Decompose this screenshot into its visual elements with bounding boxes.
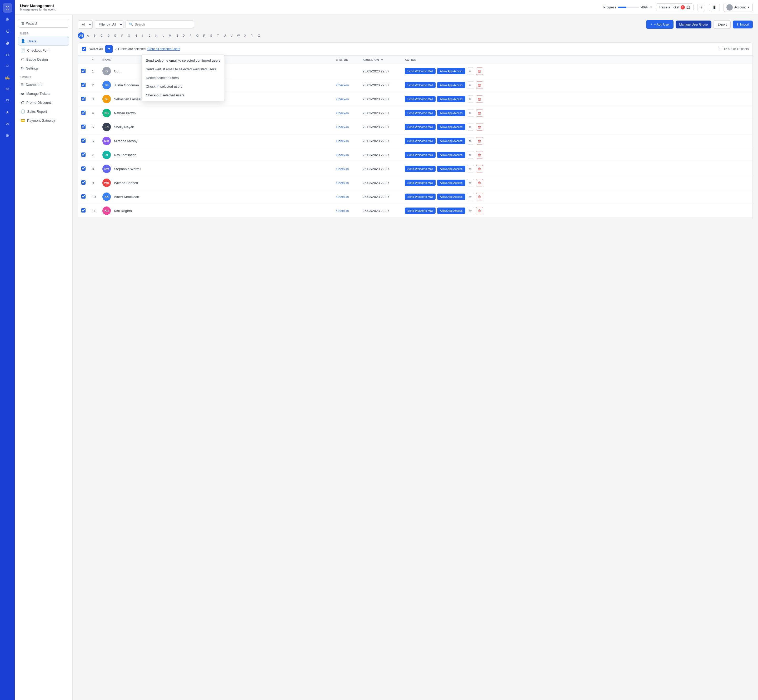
account-button[interactable]: Account ▼ xyxy=(724,3,753,12)
delete-button[interactable]: 🗑 xyxy=(476,193,483,200)
allow-app-access-button[interactable]: Allow App Access xyxy=(437,124,465,130)
alpha-btn-o[interactable]: O xyxy=(181,33,187,39)
send-welcome-mail-button[interactable]: Send Welcome Mail xyxy=(405,194,436,200)
send-welcome-mail-button[interactable]: Send Welcome Mail xyxy=(405,180,436,186)
nav-chart-icon[interactable]: ☶ xyxy=(3,96,12,105)
edit-button[interactable]: ✏ xyxy=(467,193,474,200)
nav-user-icon[interactable]: ☺ xyxy=(3,61,12,70)
alpha-btn-v[interactable]: V xyxy=(228,33,235,39)
bulk-action-dropdown[interactable]: ▼ xyxy=(105,45,113,53)
nav-settings-icon[interactable]: ⚙ xyxy=(3,131,12,140)
delete-button[interactable]: 🗑 xyxy=(476,95,483,103)
edit-button[interactable]: ✏ xyxy=(467,81,474,89)
send-welcome-mail-button[interactable]: Send Welcome Mail xyxy=(405,110,436,116)
sidebar-item-manage-tickets[interactable]: 🎟 Manage Tickets xyxy=(18,89,69,98)
nav-bell-icon[interactable]: ✉ xyxy=(3,84,12,94)
dropdown-menu-item[interactable]: Check-out selected users xyxy=(142,91,225,100)
nav-message-icon[interactable]: ✉ xyxy=(3,119,12,128)
checkin-link[interactable]: Check-in xyxy=(336,153,349,157)
checkin-link[interactable]: Check-in xyxy=(336,125,349,129)
alpha-btn-u[interactable]: U xyxy=(221,33,228,39)
checkin-link[interactable]: Check-in xyxy=(336,83,349,87)
nav-document-icon[interactable]: ⚙ xyxy=(3,15,12,24)
send-welcome-mail-button[interactable]: Send Welcome Mail xyxy=(405,124,436,130)
row-checkbox[interactable] xyxy=(81,111,86,115)
checkin-link[interactable]: Check-in xyxy=(336,139,349,143)
checkin-link[interactable]: Check-in xyxy=(336,97,349,101)
delete-button[interactable]: 🗑 xyxy=(476,179,483,186)
nav-palette-icon[interactable]: ◕ xyxy=(3,38,12,47)
progress-dropdown-icon[interactable]: ▼ xyxy=(650,6,652,9)
checkin-link[interactable]: Check-in xyxy=(336,111,349,115)
send-welcome-mail-button[interactable]: Send Welcome Mail xyxy=(405,138,436,144)
alpha-btn-h[interactable]: H xyxy=(133,33,139,39)
send-welcome-mail-button[interactable]: Send Welcome Mail xyxy=(405,208,436,214)
row-checkbox[interactable] xyxy=(81,125,86,129)
dropdown-menu-item[interactable]: Send waitlist email to selected waitlist… xyxy=(142,65,225,73)
sidebar-item-sales[interactable]: 🕐 Sales Report xyxy=(18,107,69,116)
alpha-btn-c[interactable]: C xyxy=(98,33,105,39)
alpha-btn-j[interactable]: J xyxy=(146,33,153,39)
select-all-checkbox[interactable] xyxy=(82,47,86,51)
search-input[interactable] xyxy=(135,23,190,27)
send-welcome-mail-button[interactable]: Send Welcome Mail xyxy=(405,82,436,88)
row-checkbox[interactable] xyxy=(81,180,86,184)
delete-button[interactable]: 🗑 xyxy=(476,165,483,172)
sidebar-item-checkout-form[interactable]: 📄 Checkout Form xyxy=(18,46,69,55)
alpha-btn-y[interactable]: Y xyxy=(249,33,255,39)
nav-trophy-icon[interactable]: ★ xyxy=(3,108,12,117)
allow-app-access-button[interactable]: Allow App Access xyxy=(437,138,465,144)
delete-button[interactable]: 🗑 xyxy=(476,123,483,131)
delete-button[interactable]: 🗑 xyxy=(476,81,483,89)
alpha-btn-n[interactable]: N xyxy=(174,33,180,39)
row-checkbox[interactable] xyxy=(81,153,86,157)
row-checkbox[interactable] xyxy=(81,139,86,143)
delete-button[interactable]: 🗑 xyxy=(476,207,483,214)
alpha-btn-all[interactable]: All xyxy=(78,33,84,39)
send-welcome-mail-button[interactable]: Send Welcome Mail xyxy=(405,68,436,74)
nav-dashboard-icon[interactable]: ⋲ xyxy=(3,27,12,36)
edit-button[interactable]: ✏ xyxy=(467,151,474,159)
edit-button[interactable]: ✏ xyxy=(467,123,474,131)
delete-button[interactable]: 🗑 xyxy=(476,67,483,75)
import-button[interactable]: ⬆ Import xyxy=(733,20,753,28)
row-checkbox[interactable] xyxy=(81,69,86,73)
mobile-button[interactable]: 📱 xyxy=(709,4,720,11)
alpha-btn-w[interactable]: W xyxy=(235,33,242,39)
allow-app-access-button[interactable]: Allow App Access xyxy=(437,166,465,172)
alpha-btn-l[interactable]: L xyxy=(160,33,166,39)
export-button[interactable]: Export xyxy=(714,20,731,29)
sidebar-item-payment[interactable]: 💳 Payment Gateway xyxy=(18,116,69,125)
edit-button[interactable]: ✏ xyxy=(467,165,474,172)
select-all-label[interactable]: Select All xyxy=(89,47,103,51)
alpha-btn-d[interactable]: D xyxy=(105,33,112,39)
dropdown-menu-item[interactable]: Delete selected users xyxy=(142,73,225,82)
filter-all-select[interactable]: All xyxy=(78,20,93,29)
allow-app-access-button[interactable]: Allow App Access xyxy=(437,208,465,214)
row-checkbox[interactable] xyxy=(81,166,86,171)
nav-folder-icon[interactable]: ☷ xyxy=(3,50,12,59)
row-checkbox[interactable] xyxy=(81,208,86,212)
wizard-item[interactable]: ◫ Wizard xyxy=(18,19,69,28)
alpha-btn-f[interactable]: F xyxy=(119,33,125,39)
allow-app-access-button[interactable]: Allow App Access xyxy=(437,96,465,102)
row-checkbox[interactable] xyxy=(81,194,86,198)
info-button[interactable]: ℹ xyxy=(697,4,705,11)
sidebar-item-dashboard[interactable]: ⊞ Dashboard xyxy=(18,80,69,89)
alpha-btn-z[interactable]: Z xyxy=(256,33,262,39)
row-checkbox[interactable] xyxy=(81,97,86,101)
alpha-btn-r[interactable]: R xyxy=(201,33,207,39)
alpha-btn-e[interactable]: E xyxy=(112,33,119,39)
row-checkbox[interactable] xyxy=(81,83,86,87)
edit-button[interactable]: ✏ xyxy=(467,109,474,117)
send-welcome-mail-button[interactable]: Send Welcome Mail xyxy=(405,152,436,158)
alpha-btn-m[interactable]: M xyxy=(167,33,173,39)
sidebar-item-badge-design[interactable]: 🏷 Badge Design xyxy=(18,55,69,64)
checkin-link[interactable]: Check-in xyxy=(336,181,349,185)
checkin-link[interactable]: Check-in xyxy=(336,209,349,213)
alpha-btn-g[interactable]: G xyxy=(126,33,132,39)
edit-button[interactable]: ✏ xyxy=(467,137,474,145)
alpha-btn-a[interactable]: A xyxy=(85,33,91,39)
alpha-btn-i[interactable]: I xyxy=(139,33,146,39)
allow-app-access-button[interactable]: Allow App Access xyxy=(437,82,465,88)
